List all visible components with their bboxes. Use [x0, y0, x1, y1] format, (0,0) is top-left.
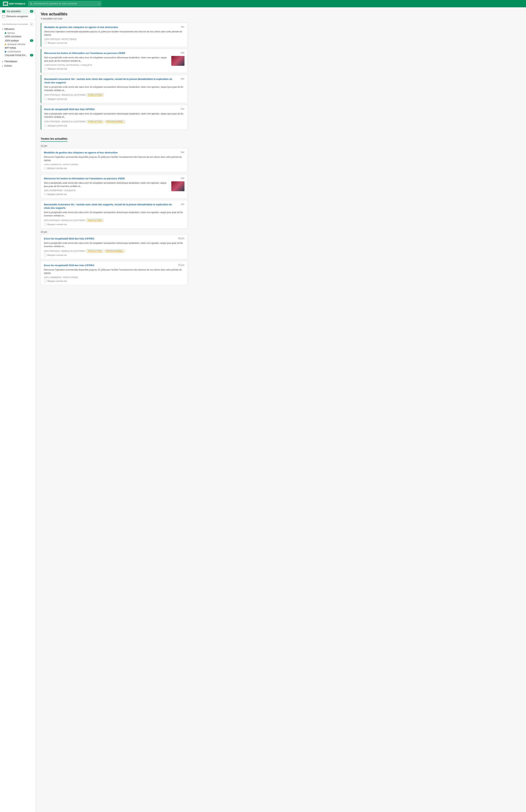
search-placeholder: Sélectionner le périmètre de votre reche…	[34, 2, 77, 5]
news-card-header: Envoi du récapitulatif 2019 des frais CI…	[44, 264, 184, 267]
news-card-body: Sed ut perspiciatis unde omnis iste natu…	[44, 211, 184, 226]
news-card-desc: Découvrez l'opération commerciale dispon…	[44, 155, 184, 162]
mark-read-label: Marquer comme lue	[47, 193, 67, 195]
news-card-body: Découvrez l'opération commerciale dispon…	[44, 268, 184, 282]
news-card-desc: Sed ut perspiciatis unde omnis iste natu…	[44, 211, 184, 217]
news-card-text: Découvrez l'opération commerciale dispon…	[44, 155, 184, 170]
thumbnail-image	[171, 182, 184, 191]
news-card-thumbnail	[171, 182, 184, 191]
chevron-right-thematiques-icon: ▸	[2, 60, 3, 62]
news-card-text: Sed ut perspiciatis unde omnis iste natu…	[44, 85, 184, 100]
news-card-date: hier	[181, 52, 184, 54]
news-card-title[interactable]: Découvrez les leviers et information sur…	[44, 52, 179, 55]
mark-read-button[interactable]: Marquer comme lue	[44, 223, 184, 226]
sidebar-item-100-pratique-badge: 3	[30, 39, 33, 42]
all-news-title: Toutes les actualités	[41, 137, 67, 142]
sidebar-item-elements-enregistres[interactable]: Éléments enregistrés	[0, 14, 35, 19]
mark-read-label: Marquer comme lue	[47, 223, 67, 226]
sidebar-thematiques-label: Thématiques	[4, 60, 17, 63]
news-card-tags: 100% COMMERCE • AFFACTURAGE	[44, 163, 184, 165]
svg-rect-1	[5, 2, 6, 5]
news-card-badge: PROFESSIONNEL	[105, 120, 125, 123]
news-card-header: Modalités de gestion des chéquiers en ag…	[44, 151, 184, 154]
svg-rect-0	[4, 2, 5, 5]
news-card-text: Sed ut perspiciatis unde omnis iste natu…	[44, 56, 169, 70]
news-card-text: Sed ut perspiciatis unde omnis iste natu…	[44, 182, 169, 195]
unread-cards-section: Modalités de gestion des chéquiers en ag…	[41, 23, 187, 130]
banque-privee-group-label: BANQUE PRIVÉE	[3, 43, 35, 46]
news-card-title[interactable]: Découvrez les leviers et information sur…	[44, 177, 179, 180]
sidebar-item-bpf-hebdo[interactable]: BPF Hebdo	[3, 46, 35, 50]
news-card-date: 20 juin	[178, 237, 184, 240]
news-card-body: Sed ut perspiciatis unde omnis iste natu…	[44, 242, 184, 257]
sidebar-group-diffuseurs: ▾ Diffuseurs RETAIL 100% commerce 100% p…	[0, 27, 35, 58]
all-news-section: Toutes les actualités 21 juin Modalités …	[41, 133, 187, 285]
sidebar-corporate-group: CORPORATE Corporate Portail Ent... 1	[0, 50, 35, 57]
news-card-date: hier	[181, 151, 184, 154]
news-card-badge: POUR ACTION	[86, 219, 103, 222]
news-card-header: Découvrez les leviers et information sur…	[44, 177, 184, 180]
mark-read-button[interactable]: Marquer comme lue	[44, 42, 184, 44]
news-card: Nouveautés Assurance Vie : rachats avec …	[41, 200, 187, 228]
news-card-text: Sed ut perspiciatis unde omnis iste natu…	[44, 242, 184, 257]
news-card-tags: 100% PRATIQUE • BANQUE AU QUOTIDIENPOUR …	[44, 219, 184, 222]
sidebar-diffuseurs-header[interactable]: ▾ Diffuseurs	[0, 27, 35, 31]
news-card-title[interactable]: Nouveautés Assurance Vie : rachats avec …	[44, 203, 179, 209]
add-chain-button[interactable]: +	[30, 23, 33, 26]
unread-count: 4 actualités non lues	[41, 17, 187, 20]
mark-read-label: Marquer comme lue	[48, 68, 67, 70]
sidebar-item-100-commerce[interactable]: 100% commerce	[3, 34, 35, 39]
sidebar-retail-group: RETAIL 100% commerce 100% pratique 3	[0, 31, 35, 43]
mark-read-button[interactable]: Marquer comme lue	[44, 125, 184, 127]
news-card-desc: Sed ut perspiciatis unde omnis iste natu…	[44, 182, 169, 188]
corporate-dot	[5, 51, 6, 53]
sidebar-item-elements-enregistres-label: Éléments enregistrés	[6, 15, 28, 18]
news-card-tags: CORPORATE PORTAIL ENTREPRISE • CONQUÊTE	[44, 64, 169, 66]
top-navigation: BNP PARIBAS Sélectionner le périmètre de…	[0, 0, 526, 7]
news-card-header: Nouveautés Assurance Vie : rachats avec …	[44, 77, 184, 84]
mark-read-button[interactable]: Marquer comme lue	[44, 98, 184, 100]
mark-read-circle-icon	[44, 167, 46, 170]
news-card-title[interactable]: Nouveautés Assurance Vie : rachats avec …	[44, 77, 179, 84]
news-card-text: Sed ut perspiciatis unde omnis iste natu…	[44, 112, 184, 127]
mark-read-circle-icon	[44, 42, 47, 44]
sidebar-item-vos-actualites[interactable]: Vos actualités 4	[0, 9, 35, 14]
mark-read-button[interactable]: Marquer comme lue	[44, 193, 169, 195]
news-card-title[interactable]: Envoi du récapitulatif 2019 des frais CI…	[44, 108, 179, 111]
svg-point-3	[30, 3, 32, 4]
news-card-body: Sed ut perspiciatis unde omnis iste natu…	[44, 182, 184, 195]
news-card-date: hier	[181, 203, 184, 205]
news-card-desc: Découvrez l'opération commerciale dispon…	[44, 30, 184, 37]
news-card-tags: 100% PRATIQUE • AFFACTURAGE	[44, 38, 184, 40]
search-bar[interactable]: Sélectionner le périmètre de votre reche…	[28, 1, 101, 6]
mark-read-button[interactable]: Marquer comme lue	[44, 280, 184, 282]
search-icon	[30, 3, 32, 5]
logo-text: BNP PARIBAS	[9, 2, 25, 5]
mark-read-button[interactable]: Marquer comme lue	[44, 68, 169, 70]
sidebar-thematiques[interactable]: ▸ Thématiques	[0, 59, 35, 63]
save-icon	[2, 15, 5, 18]
news-card-tags: 100% ENTREPRISE • CONQUÊTE	[44, 189, 169, 192]
logo[interactable]: BNP PARIBAS	[3, 2, 25, 6]
news-card-body: Sed ut perspiciatis unde omnis iste natu…	[44, 85, 184, 100]
news-card: Envoi du récapitulatif 2019 des frais CI…	[41, 261, 187, 285]
sidebar-item-corporate-portail[interactable]: Corporate Portail Ent... 1	[3, 53, 35, 57]
news-card-body: Sed ut perspiciatis unde omnis iste natu…	[44, 112, 184, 127]
news-card-date: hier	[181, 108, 184, 110]
news-card-title[interactable]: Envoi du récapitulatif 2019 des frais CI…	[44, 237, 176, 241]
all-news-21-container: Modalités de gestion des chéquiers en ag…	[41, 148, 187, 229]
news-card-date: 20 juin	[178, 264, 184, 266]
news-card-badge: PROFESSIONNEL	[104, 249, 125, 252]
sidebar-univers[interactable]: ▸ Univers	[0, 63, 35, 68]
sidebar-item-100-pratique[interactable]: 100% pratique 3	[3, 39, 35, 43]
news-card-title[interactable]: Envoi du récapitulatif 2019 des frais CI…	[44, 264, 176, 267]
thumbnail-image	[171, 56, 184, 66]
news-card-title[interactable]: Modalités de gestion des chéquiers en ag…	[44, 26, 179, 29]
news-card-desc: Sed ut perspiciatis unde omnis iste natu…	[44, 242, 184, 248]
mark-read-button[interactable]: Marquer comme lue	[44, 167, 184, 170]
news-card-title[interactable]: Modalités de gestion des chéquiers en ag…	[44, 151, 179, 154]
date-label-20: 20 juin	[41, 231, 187, 233]
mark-read-circle-icon	[44, 98, 47, 100]
news-card-text: Découvrez l'opération commerciale dispon…	[44, 268, 184, 282]
mark-read-button[interactable]: Marquer comme lue	[44, 254, 184, 257]
